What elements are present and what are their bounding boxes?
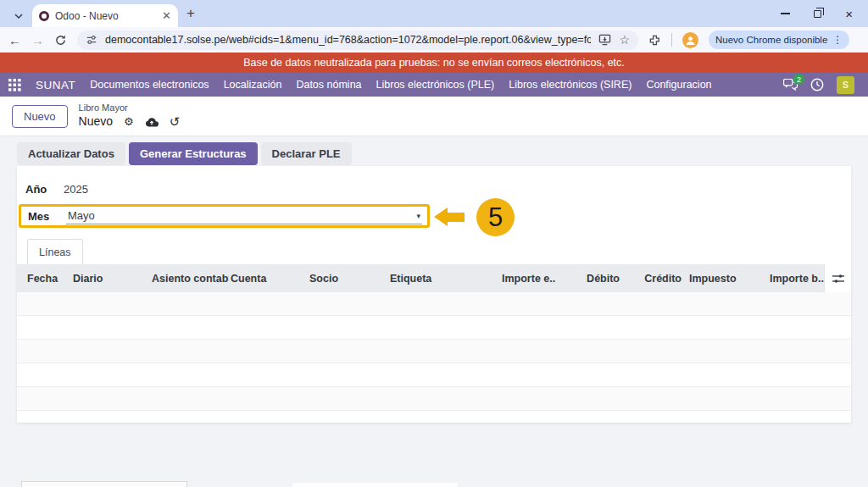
menu-documentos-electronicos[interactable]: Documentos electronicos — [90, 79, 209, 91]
bookmark-star-icon[interactable]: ☆ — [619, 33, 630, 47]
new-tab-button[interactable]: + — [186, 5, 195, 22]
install-icon[interactable] — [598, 34, 611, 46]
tab-close-icon[interactable]: ✕ — [162, 9, 171, 22]
chevron-down-icon — [14, 14, 23, 19]
tab-title: Odoo - Nuevo — [55, 10, 156, 22]
menu-libros-ple[interactable]: Libros electrónicos (PLE) — [376, 79, 495, 91]
table-header-row: Fecha Diario Asiento contable Cuenta Soc… — [17, 264, 851, 292]
close-icon[interactable]: × — [845, 8, 853, 20]
url-bar[interactable]: democontable17.solse.pe/web#cids=1&menu_… — [77, 30, 638, 50]
odoo-favicon-icon — [39, 11, 49, 21]
save-cloud-icon[interactable] — [145, 117, 159, 127]
chrome-update-chip[interactable]: Nuevo Chrome disponible ⋮ — [709, 30, 849, 49]
month-select[interactable]: Mayo ▾ — [66, 208, 422, 224]
year-value[interactable]: 2025 — [64, 183, 88, 196]
bottom-edge-artifact — [292, 483, 458, 487]
month-label: Mes — [28, 210, 58, 223]
tab-search-button[interactable] — [7, 7, 31, 25]
app-brand[interactable]: SUNAT — [36, 79, 75, 91]
month-value: Mayo — [68, 209, 416, 222]
browser-tab[interactable]: Odoo - Nuevo ✕ — [32, 4, 178, 27]
browser-titlebar: Odoo - Nuevo ✕ + × — [0, 0, 868, 27]
forward-icon[interactable]: → — [31, 33, 44, 47]
year-label: Año — [25, 183, 55, 196]
restore-icon[interactable] — [814, 10, 821, 18]
neutralized-database-banner: Base de datos neutralizada para pruebas:… — [0, 53, 868, 73]
menu-datos-nomina[interactable]: Datos nómina — [296, 79, 361, 91]
generar-estructuras-button[interactable]: Generar Estructuras — [129, 142, 258, 165]
browser-menu-icon[interactable]: ⋮ — [832, 34, 843, 46]
table-row[interactable] — [17, 316, 851, 340]
table-row[interactable] — [17, 340, 851, 363]
apps-grid-icon[interactable] — [8, 79, 21, 91]
dropdown-caret-icon[interactable]: ▾ — [416, 212, 420, 220]
actualizar-datos-button[interactable]: Actualizar Datos — [17, 142, 125, 165]
breadcrumb-parent[interactable]: Libro Mayor — [79, 102, 181, 114]
site-settings-icon[interactable] — [86, 34, 97, 46]
optional-columns-button[interactable] — [824, 264, 851, 292]
activities-clock-icon[interactable] — [810, 78, 824, 91]
declarar-ple-button[interactable]: Declarar PLE — [261, 142, 352, 165]
discard-icon[interactable]: ↺ — [170, 115, 181, 128]
col-asiento-contable[interactable]: Asiento contable — [150, 273, 229, 285]
menu-configuracion[interactable]: Configuracion — [646, 79, 711, 91]
minimize-icon[interactable] — [781, 13, 790, 14]
window-controls: × — [765, 0, 868, 27]
messages-button[interactable]: 2 — [783, 79, 798, 91]
annotation-arrow-icon — [434, 208, 465, 226]
sliders-icon — [832, 274, 844, 284]
url-text[interactable]: democontable17.solse.pe/web#cids=1&menu_… — [105, 34, 591, 46]
col-etiqueta[interactable]: Etiqueta — [388, 273, 500, 285]
extensions-icon[interactable] — [648, 34, 661, 47]
toolbar-divider — [671, 33, 672, 47]
year-field: Año 2025 — [25, 183, 88, 196]
col-debito[interactable]: Débito — [555, 273, 621, 285]
bottom-edge-artifact — [21, 481, 187, 487]
table-row[interactable] — [17, 292, 851, 316]
col-cuenta[interactable]: Cuenta — [229, 273, 308, 285]
col-impuesto[interactable]: Impuesto — [683, 273, 768, 285]
col-fecha[interactable]: Fecha — [25, 273, 71, 285]
messages-badge: 2 — [793, 74, 804, 85]
new-record-button[interactable]: Nuevo — [12, 105, 68, 128]
header-actions: Actualizar Datos Generar Estructuras Dec… — [17, 142, 352, 165]
control-panel: Nuevo Libro Mayor Nuevo ⚙ ↺ — [0, 97, 868, 136]
menu-libros-sire[interactable]: Libros electrónicos (SIRE) — [509, 79, 632, 91]
table-body — [17, 292, 851, 411]
col-socio[interactable]: Socio — [308, 273, 388, 285]
form-view: Actualizar Datos Generar Estructuras Dec… — [0, 136, 868, 487]
browser-profile-avatar[interactable] — [682, 32, 698, 48]
person-icon — [685, 35, 696, 46]
breadcrumb-current: Nuevo — [79, 114, 113, 130]
form-sheet: Año 2025 Mes Mayo ▾ 5 Líneas Fecha Diari… — [17, 166, 851, 423]
banner-text: Base de datos neutralizada para pruebas:… — [243, 57, 625, 69]
navbar-right: 2 S — [783, 76, 860, 94]
annotation-step-badge: 5 — [476, 198, 515, 236]
menu-localizacion[interactable]: Localización — [224, 79, 282, 91]
chrome-update-label: Nuevo Chrome disponible — [715, 35, 827, 45]
col-credito[interactable]: Crédito — [621, 273, 683, 285]
month-field-highlight: Mes Mayo ▾ — [19, 204, 430, 228]
col-importe-b[interactable]: Importe b... — [768, 273, 824, 285]
col-diario[interactable]: Diario — [71, 273, 150, 285]
table-row[interactable] — [17, 387, 851, 411]
col-importe-e[interactable]: Importe e... — [500, 273, 555, 285]
gear-icon[interactable]: ⚙ — [124, 116, 134, 127]
app-navbar: SUNAT Documentos electronicos Localizaci… — [0, 73, 868, 97]
tab-lineas[interactable]: Líneas — [27, 239, 83, 264]
back-icon[interactable]: ← — [8, 33, 21, 47]
breadcrumb: Libro Mayor Nuevo ⚙ ↺ — [79, 102, 181, 129]
reload-icon[interactable] — [54, 34, 67, 47]
table-row[interactable] — [17, 363, 851, 387]
user-avatar[interactable]: S — [837, 76, 854, 94]
browser-toolbar: ← → democontable17.solse.pe/web#cids=1&m… — [0, 27, 868, 53]
